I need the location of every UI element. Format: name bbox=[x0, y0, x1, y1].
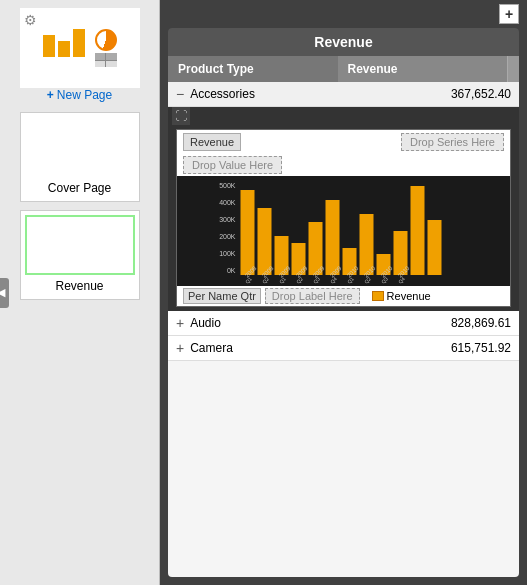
svg-text:300K: 300K bbox=[219, 216, 236, 223]
chart-inner: Revenue Drop Series Here Drop Value Here… bbox=[176, 129, 511, 307]
chart-legend: Revenue bbox=[372, 290, 431, 302]
chart-header: Revenue Drop Series Here bbox=[177, 130, 510, 154]
svg-text:200K: 200K bbox=[219, 233, 236, 240]
table-icon bbox=[95, 53, 117, 67]
new-page-link[interactable]: + New Page bbox=[47, 88, 112, 102]
new-page-label: New Page bbox=[57, 88, 112, 102]
col-product-type: Product Type bbox=[168, 56, 338, 82]
audio-label: Audio bbox=[190, 316, 431, 330]
camera-value: 615,751.92 bbox=[431, 341, 511, 355]
new-page-plus-icon: + bbox=[47, 88, 54, 102]
svg-text:0K: 0K bbox=[227, 267, 236, 274]
accessories-value: 367,652.40 bbox=[431, 87, 511, 101]
svg-rect-6 bbox=[241, 190, 255, 275]
col-revenue: Revenue bbox=[338, 56, 508, 82]
accessories-label: Accessories bbox=[190, 87, 431, 101]
sidebar-collapse-button[interactable]: ◀ bbox=[0, 278, 9, 308]
report-header: Product Type Revenue bbox=[168, 56, 519, 82]
main-content: + Revenue Product Type Revenue − Accesso… bbox=[160, 0, 527, 585]
svg-rect-16 bbox=[411, 186, 425, 275]
add-page-button[interactable]: + bbox=[499, 4, 519, 24]
expand-icon-audio[interactable]: + bbox=[176, 315, 184, 331]
report-panel: Revenue Product Type Revenue − Accessori… bbox=[168, 28, 519, 577]
revenue-page-preview bbox=[25, 215, 135, 275]
chart-resize-handle[interactable]: ⛶ bbox=[172, 107, 190, 125]
cover-page-label: Cover Page bbox=[25, 177, 135, 197]
legend-color bbox=[372, 291, 384, 301]
collapse-icon[interactable]: − bbox=[176, 86, 184, 102]
chart-value-row: Drop Value Here bbox=[177, 154, 510, 176]
svg-rect-11 bbox=[326, 200, 340, 275]
chart-svg: 500K 400K 300K 200K 100K 0K bbox=[177, 176, 510, 286]
sidebar-item-revenue[interactable]: Revenue bbox=[20, 210, 140, 300]
svg-text:400K: 400K bbox=[219, 199, 236, 206]
expand-icon-camera[interactable]: + bbox=[176, 340, 184, 356]
per-name-label: Per Name Qtr bbox=[183, 288, 261, 304]
chart-drop-label[interactable]: Drop Label Here bbox=[265, 288, 360, 304]
svg-rect-17 bbox=[428, 220, 442, 275]
pie-chart-icon bbox=[95, 29, 117, 51]
chart-drop-value[interactable]: Drop Value Here bbox=[183, 156, 282, 174]
accessories-chart-container: ⛶ Revenue Drop Series Here Drop Value He… bbox=[168, 107, 519, 311]
report-title: Revenue bbox=[168, 28, 519, 56]
table-row-accessories[interactable]: − Accessories 367,652.40 bbox=[168, 82, 519, 107]
legend-label: Revenue bbox=[387, 290, 431, 302]
table-row-audio[interactable]: + Audio 828,869.61 bbox=[168, 311, 519, 336]
sidebar: ⚙ + New Page Cover Page bbox=[0, 0, 160, 585]
camera-label: Camera bbox=[190, 341, 431, 355]
top-bar: + bbox=[160, 0, 527, 28]
cover-page-preview bbox=[25, 117, 135, 177]
chart-field-revenue: Revenue bbox=[183, 133, 241, 151]
scrollbar bbox=[507, 56, 519, 82]
revenue-page-label: Revenue bbox=[25, 275, 135, 295]
table-row-camera[interactable]: + Camera 615,751.92 bbox=[168, 336, 519, 361]
audio-value: 828,869.61 bbox=[431, 316, 511, 330]
page-thumb-icons: ⚙ bbox=[20, 8, 140, 88]
gear-icon: ⚙ bbox=[24, 12, 37, 28]
chart-icons bbox=[43, 29, 117, 67]
chart-footer: Per Name Qtr Drop Label Here Revenue bbox=[177, 286, 510, 306]
svg-text:100K: 100K bbox=[219, 250, 236, 257]
chart-drop-series[interactable]: Drop Series Here bbox=[401, 133, 504, 151]
sidebar-item-cover[interactable]: Cover Page bbox=[20, 112, 140, 202]
svg-text:500K: 500K bbox=[219, 182, 236, 189]
report-body: − Accessories 367,652.40 ⛶ Revenue Drop … bbox=[168, 82, 519, 577]
